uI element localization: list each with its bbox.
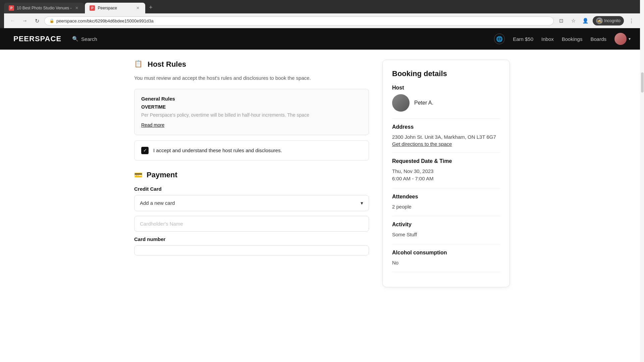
payment-section: 💳 Payment Credit Card Add a new card ▾ C…: [134, 171, 369, 255]
search-label: Search: [81, 36, 97, 42]
browser-tab-1[interactable]: P 10 Best Photo Studio Venues - ✕: [4, 3, 84, 13]
payment-icon: 💳: [134, 171, 143, 179]
host-label: Host: [392, 85, 500, 91]
read-more-button[interactable]: Read more: [141, 122, 164, 128]
address-label: Address: [392, 124, 500, 130]
divider6: [392, 272, 500, 272]
sidebar-column: Booking details Host Peter A. Address 23…: [382, 60, 510, 287]
toolbar-right: ⊡ ☆ 👤 🕵 Incognito ⋮: [556, 16, 636, 25]
activity-value: Some Stuff: [392, 231, 500, 239]
general-rules-title: General Rules: [141, 96, 362, 102]
header-right: 🌐 Earn $50 Inbox Bookings Boards ▾: [494, 33, 631, 45]
get-directions-link[interactable]: Get directions to the space: [392, 141, 452, 147]
address-text: peerspace.com/bkc/6299b4d6bdee15000e991d…: [56, 18, 549, 23]
host-row: Peter A.: [392, 94, 500, 112]
activity-row: Activity Some Stuff: [392, 222, 500, 239]
section-title: Host Rules: [148, 60, 186, 69]
address-value: 2300 John St. Unit 3A, Markham, ON L3T 6…: [392, 133, 500, 141]
tab-favicon-1: P: [9, 5, 14, 11]
browser-tab-2[interactable]: P Peerspace ✕: [85, 3, 145, 13]
activity-label: Activity: [392, 222, 500, 228]
incognito-label: Incognito: [604, 18, 621, 23]
boards-link[interactable]: Boards: [590, 36, 606, 42]
alcohol-row: Alcohol consumption No: [392, 250, 500, 267]
tab-title-2: Peerspace: [98, 6, 132, 10]
scrollbar-thumb[interactable]: [641, 72, 644, 93]
tab-close-2[interactable]: ✕: [135, 5, 141, 11]
payment-header: 💳 Payment: [134, 171, 369, 179]
incognito-button[interactable]: 🕵 Incognito: [593, 16, 624, 25]
new-tab-button[interactable]: +: [146, 3, 155, 12]
bookmark-button[interactable]: ☆: [569, 16, 578, 25]
site-header: PEERSPACE 🔍 Search 🌐 Earn $50 Inbox Book…: [0, 28, 644, 50]
card-select-dropdown[interactable]: Add a new card ▾: [134, 195, 369, 211]
avatar-image: [614, 33, 627, 45]
browser-tabs: P 10 Best Photo Studio Venues - ✕ P Peer…: [4, 3, 640, 13]
cardholder-name-input[interactable]: [134, 216, 369, 232]
inbox-link[interactable]: Inbox: [541, 36, 554, 42]
accept-checkbox[interactable]: ✓: [141, 147, 149, 154]
site-logo[interactable]: PEERSPACE: [13, 35, 61, 43]
attendees-row: Attendees 2 people: [392, 194, 500, 211]
host-name: Peter A.: [414, 100, 433, 106]
overtime-title: OVERTIME: [141, 104, 362, 110]
host-rules-section: 📋 Host Rules You must review and accept …: [134, 60, 369, 161]
cast-button[interactable]: ⊡: [556, 16, 566, 25]
checkbox-label: I accept and understand these host rules…: [153, 147, 282, 153]
incognito-icon: 🕵: [596, 17, 603, 24]
scrollbar-track[interactable]: [640, 0, 644, 297]
payment-title: Payment: [147, 171, 177, 179]
booking-title: Booking details: [392, 69, 500, 78]
menu-button[interactable]: ⋮: [627, 16, 636, 25]
card-number-label: Card number: [134, 236, 369, 242]
chevron-down-icon: ▾: [361, 200, 363, 206]
tab-title-1: 10 Best Photo Studio Venues -: [17, 6, 71, 10]
rules-icon: 📋: [134, 60, 144, 69]
booking-card: Booking details Host Peter A. Address 23…: [382, 60, 510, 287]
divider4: [392, 216, 500, 216]
page-content: 📋 Host Rules You must review and accept …: [121, 50, 523, 297]
date-value: Thu, Nov 30, 2023: [392, 168, 500, 175]
divider3: [392, 188, 500, 188]
overtime-text: Per Peerspace's policy, overtime will be…: [141, 112, 362, 119]
credit-card-label: Credit Card: [134, 186, 369, 192]
search-button[interactable]: 🔍 Search: [72, 36, 97, 42]
earn-link[interactable]: Earn $50: [513, 36, 533, 42]
tab-close-1[interactable]: ✕: [74, 5, 79, 11]
section-subtitle: You must review and accept the host's ru…: [134, 74, 369, 82]
reload-button[interactable]: ↻: [32, 16, 42, 25]
browser-toolbar: ← → ↻ 🔒 peerspace.com/bkc/6299b4d6bdee15…: [4, 13, 640, 28]
section-header: 📋 Host Rules: [134, 60, 369, 69]
chevron-down-icon: ▾: [629, 37, 631, 41]
user-avatar-button[interactable]: ▾: [614, 33, 631, 45]
lock-icon: 🔒: [49, 18, 54, 23]
alcohol-value: No: [392, 259, 500, 267]
attendees-label: Attendees: [392, 194, 500, 200]
main-column: 📋 Host Rules You must review and accept …: [134, 60, 369, 287]
browser-chrome: P 10 Best Photo Studio Venues - ✕ P Peer…: [0, 0, 644, 28]
search-icon: 🔍: [72, 36, 78, 42]
divider: [392, 118, 500, 119]
back-button[interactable]: ←: [8, 16, 17, 25]
rules-box: General Rules OVERTIME Per Peerspace's p…: [134, 89, 369, 135]
card-select-value: Add a new card: [140, 200, 175, 206]
datetime-row: Requested Date & Time Thu, Nov 30, 2023 …: [392, 158, 500, 183]
time-value: 6:00 AM - 7:00 AM: [392, 175, 500, 183]
alcohol-label: Alcohol consumption: [392, 250, 500, 256]
tab-favicon-2: P: [90, 5, 95, 11]
bookings-link[interactable]: Bookings: [562, 36, 583, 42]
address-bar[interactable]: 🔒 peerspace.com/bkc/6299b4d6bdee15000e99…: [44, 16, 554, 25]
accept-rules-row[interactable]: ✓ I accept and understand these host rul…: [134, 140, 369, 161]
forward-button[interactable]: →: [20, 16, 30, 25]
card-number-input-wrapper[interactable]: [134, 245, 369, 255]
globe-button[interactable]: 🌐: [494, 34, 505, 44]
address-row: Address 2300 John St. Unit 3A, Markham, …: [392, 124, 500, 147]
host-avatar: [392, 94, 410, 112]
attendees-value: 2 people: [392, 203, 500, 211]
check-icon: ✓: [143, 148, 147, 153]
datetime-label: Requested Date & Time: [392, 158, 500, 164]
user-avatar: [614, 33, 627, 45]
profile-button[interactable]: 👤: [581, 16, 590, 25]
divider5: [392, 244, 500, 244]
divider2: [392, 153, 500, 153]
